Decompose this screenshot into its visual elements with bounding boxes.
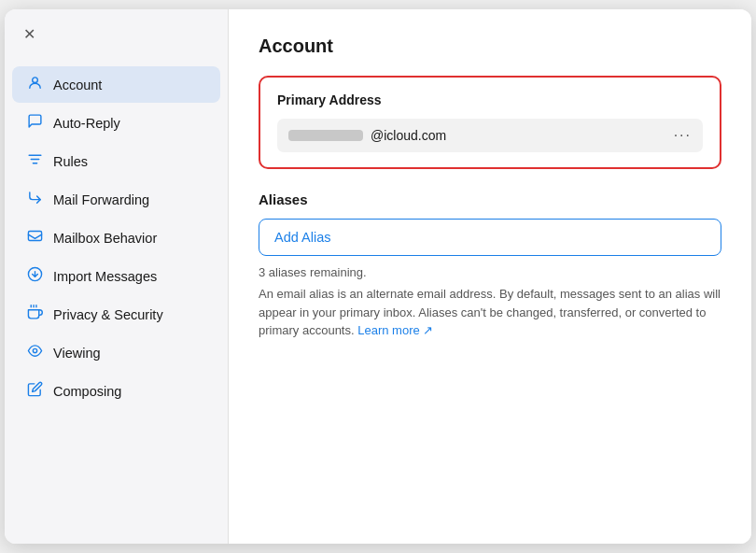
sidebar-label-mail-forwarding: Mail Forwarding [53, 192, 149, 207]
sidebar-label-mailbox-behavior: Mailbox Behavior [53, 231, 157, 246]
sidebar-item-viewing[interactable]: Viewing [12, 334, 220, 371]
sidebar-item-privacy-security[interactable]: Privacy & Security [12, 296, 220, 333]
sidebar-label-composing: Composing [53, 384, 121, 399]
primary-email-row: @icloud.com ··· [277, 119, 703, 152]
email-username-blur [288, 130, 363, 141]
rules-icon [25, 151, 44, 171]
primary-address-menu-button[interactable]: ··· [674, 127, 692, 144]
main-content: Account Primary Address @icloud.com ··· … [229, 9, 751, 544]
page-title: Account [259, 35, 721, 57]
primary-address-label: Primary Address [277, 92, 703, 107]
sidebar-item-account[interactable]: Account [12, 66, 220, 103]
sidebar: ✕ Account Auto-Reply [5, 9, 229, 544]
sidebar-label-account: Account [53, 78, 102, 92]
aliases-section: Aliases Add Alias 3 aliases remaining. A… [259, 191, 721, 340]
email-domain: @icloud.com [371, 128, 446, 143]
sidebar-item-mail-forwarding[interactable]: Mail Forwarding [12, 181, 220, 218]
auto-reply-icon [25, 113, 44, 133]
mailbox-behavior-icon [25, 228, 44, 248]
aliases-section-title: Aliases [259, 191, 721, 207]
account-icon [25, 75, 44, 94]
aliases-remaining-text: 3 aliases remaining. [259, 265, 721, 279]
sidebar-item-mailbox-behavior[interactable]: Mailbox Behavior [12, 220, 220, 256]
sidebar-item-rules[interactable]: Rules [12, 143, 220, 179]
sidebar-label-auto-reply: Auto-Reply [53, 116, 120, 131]
mail-forwarding-icon [25, 190, 44, 209]
sidebar-label-rules: Rules [53, 154, 88, 169]
settings-window: ✕ Account Auto-Reply [5, 9, 751, 544]
sidebar-label-privacy-security: Privacy & Security [53, 307, 163, 322]
composing-icon [25, 381, 44, 401]
viewing-icon [25, 343, 44, 362]
learn-more-link[interactable]: Learn more ↗ [357, 323, 433, 337]
primary-address-section: Primary Address @icloud.com ··· [259, 76, 721, 169]
privacy-security-icon [25, 305, 44, 324]
add-alias-button[interactable]: Add Alias [259, 219, 721, 256]
sidebar-label-viewing: Viewing [53, 346, 101, 361]
aliases-description: An email alias is an alternate email add… [259, 285, 721, 340]
sidebar-item-auto-reply[interactable]: Auto-Reply [12, 105, 220, 141]
sidebar-items: Account Auto-Reply Rules [5, 65, 228, 410]
sidebar-item-composing[interactable]: Composing [12, 373, 220, 409]
svg-point-0 [32, 78, 37, 83]
sidebar-item-import-messages[interactable]: Import Messages [12, 258, 220, 294]
svg-point-7 [33, 348, 36, 352]
close-button[interactable]: ✕ [18, 22, 40, 45]
import-messages-icon [25, 266, 44, 286]
sidebar-label-import-messages: Import Messages [53, 269, 157, 284]
primary-email-left: @icloud.com [288, 128, 446, 143]
